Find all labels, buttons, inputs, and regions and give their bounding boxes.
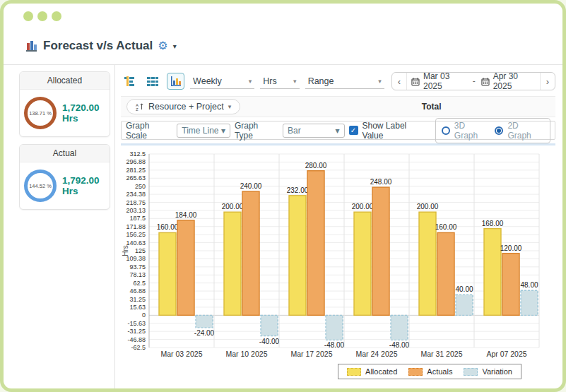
- report-chart-icon: [25, 40, 38, 53]
- allocated-card: Allocated 138.71 % 1,720.00 Hrs: [19, 71, 110, 137]
- calendar-icon: [411, 77, 420, 86]
- prev-period-button[interactable]: ‹: [392, 73, 407, 90]
- bar-allocated[interactable]: [419, 212, 436, 315]
- bar-variation[interactable]: [326, 315, 343, 340]
- bar-variation[interactable]: [391, 315, 408, 340]
- gantt-view-button[interactable]: [121, 73, 138, 90]
- date-start[interactable]: Mar 03 2025: [407, 71, 471, 91]
- chart-legend: AllocatedActualsVariation: [338, 364, 521, 379]
- unit-select[interactable]: Hrs ▾: [260, 74, 299, 89]
- legend-item-allocated[interactable]: Allocated: [347, 367, 397, 376]
- legend-label: Actuals: [427, 367, 452, 376]
- 2d-graph-radio[interactable]: [495, 126, 503, 135]
- legend-item-actuals[interactable]: Actuals: [408, 367, 452, 376]
- bar-value-label: 160.00: [157, 223, 179, 231]
- calendar-icon: [481, 77, 490, 86]
- bar-variation[interactable]: [521, 290, 538, 315]
- bar-value-label: 40.00: [455, 285, 473, 293]
- bar-allocated[interactable]: [224, 212, 241, 315]
- y-tick-label: 78.13: [129, 271, 146, 278]
- bar-actuals[interactable]: [437, 232, 454, 315]
- legend-item-variation[interactable]: Variation: [464, 367, 512, 376]
- group-by-dropdown[interactable]: A Z Resource + Project ▾: [126, 99, 240, 114]
- bar-value-label: 48.00: [520, 281, 538, 289]
- bar-allocated[interactable]: [289, 196, 306, 316]
- bar-value-label: 120.00: [500, 244, 522, 252]
- legend-label: Allocated: [365, 367, 397, 376]
- date-end-value: Apr 30 2025: [493, 71, 536, 91]
- bar-variation[interactable]: [456, 295, 473, 315]
- x-tick-label: Apr 07 2025: [486, 350, 526, 358]
- y-axis-title: Hrs: [122, 245, 129, 256]
- bar-variation[interactable]: [196, 315, 213, 328]
- bar-actuals[interactable]: [242, 191, 259, 315]
- graph-scale-select[interactable]: Time Line ▾: [177, 124, 230, 138]
- x-tick-label: Mar 03 2025: [161, 350, 203, 358]
- y-tick-label: 203.13: [126, 207, 146, 214]
- chevron-down-icon: ▾: [221, 126, 225, 136]
- legend-label: Variation: [482, 367, 512, 376]
- x-tick-label: Mar 24 2025: [356, 350, 398, 358]
- y-tick-label: 140.63: [126, 239, 146, 247]
- y-tick-label: 93.75: [129, 263, 146, 271]
- y-tick-label: -31.25: [127, 328, 146, 335]
- bar-allocated[interactable]: [354, 212, 371, 315]
- toolbar: Weekly ▾ Hrs ▾ Range ▾ ‹: [121, 71, 555, 92]
- y-tick-label: -46.88: [127, 336, 146, 343]
- date-end[interactable]: Apr 30 2025: [477, 71, 540, 91]
- dimension-radio-group: 3D Graph 2D Graph: [435, 118, 550, 143]
- chart-panel: 312.5296.88281.25265.63250234.38218.7520…: [121, 143, 555, 388]
- y-tick-label: 234.38: [126, 191, 146, 198]
- group-by-value: Resource + Project: [148, 102, 224, 112]
- bar-value-label: 200.00: [417, 203, 439, 210]
- bar-chart-view-button[interactable]: [167, 73, 184, 90]
- y-tick-label: 62.5: [133, 280, 146, 287]
- next-period-button[interactable]: ›: [540, 73, 555, 90]
- legend-swatch: [408, 368, 423, 376]
- y-tick-label: 46.88: [129, 287, 146, 295]
- chevron-down-icon: ▾: [228, 103, 232, 110]
- date-separator: -: [471, 76, 477, 86]
- bar-actuals[interactable]: [502, 254, 519, 316]
- period-select[interactable]: Weekly ▾: [190, 74, 254, 89]
- bar-actuals[interactable]: [307, 171, 324, 316]
- y-tick-label: 218.75: [126, 199, 146, 206]
- actual-hours: 1,792.00 Hrs: [62, 175, 105, 196]
- bar-value-label: 232.00: [287, 186, 309, 194]
- y-tick-label: 125: [135, 247, 146, 254]
- period-select-value: Weekly: [193, 76, 222, 86]
- show-label-value-checkbox[interactable]: ✓: [349, 126, 358, 135]
- y-tick-label: -15.63: [127, 320, 146, 327]
- bar-allocated[interactable]: [484, 229, 501, 316]
- range-select[interactable]: Range ▾: [305, 74, 384, 89]
- bar-value-label: 168.00: [482, 220, 504, 227]
- gantt-view-icon: [123, 75, 136, 88]
- bar-value-label: 240.00: [240, 182, 262, 190]
- bar-actuals[interactable]: [177, 220, 194, 315]
- bar-actuals[interactable]: [372, 187, 389, 315]
- bar-value-label: 280.00: [305, 162, 327, 170]
- range-select-value: Range: [308, 76, 334, 86]
- window-controls: [23, 11, 61, 21]
- gear-icon[interactable]: ⚙: [158, 40, 167, 52]
- bar-variation[interactable]: [261, 315, 278, 335]
- graph-type-select[interactable]: Bar ▾: [283, 124, 345, 138]
- legend-swatch: [347, 368, 361, 376]
- window-dot[interactable]: [37, 11, 47, 21]
- window-dot[interactable]: [52, 11, 61, 21]
- summary-sidebar: Allocated 138.71 % 1,720.00 Hrs Actual 1…: [4, 65, 115, 388]
- bar-allocated[interactable]: [159, 232, 176, 315]
- window-dot[interactable]: [23, 11, 33, 21]
- y-tick-label: 171.88: [126, 223, 146, 230]
- bar-value-label: -40.00: [259, 338, 280, 345]
- grid-view-button[interactable]: [144, 73, 162, 90]
- y-tick-label: 187.5: [129, 215, 146, 222]
- chevron-down-icon[interactable]: ▾: [173, 42, 177, 50]
- show-label-value-label: Show Label Value: [362, 121, 430, 141]
- 3d-graph-radio[interactable]: [442, 126, 450, 135]
- x-tick-label: Mar 17 2025: [291, 350, 333, 358]
- graph-options-row: Graph Scale Time Line ▾ Graph Type Bar ▾…: [121, 121, 555, 140]
- bar-chart: 312.5296.88281.25265.63250234.38218.7520…: [121, 145, 555, 364]
- allocated-hours: 1,720.00 Hrs: [62, 102, 105, 124]
- bar-value-label: 160.00: [435, 223, 457, 231]
